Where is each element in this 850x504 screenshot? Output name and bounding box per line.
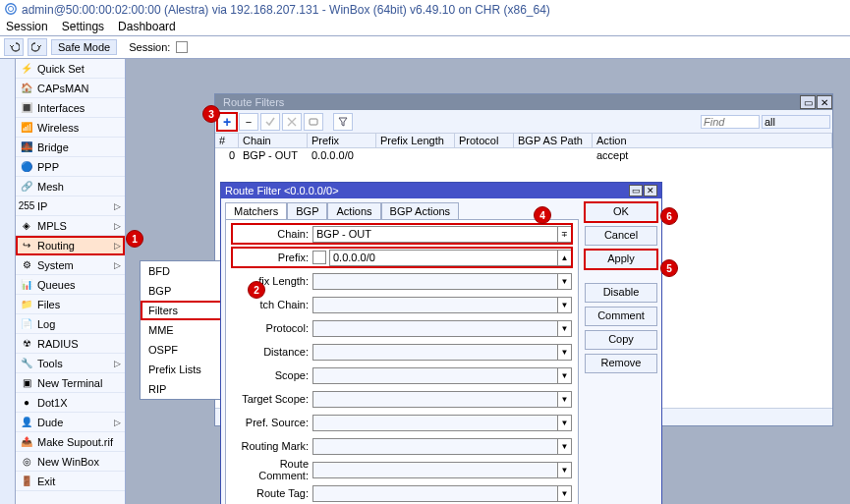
sidebar-item-wireless[interactable]: 📶Wireless [16, 118, 125, 138]
tab-actions[interactable]: Actions [327, 202, 380, 219]
prefix-invert-checkbox[interactable] [312, 251, 326, 264]
menu-session[interactable]: Session [6, 20, 48, 35]
mchain-field[interactable] [312, 297, 558, 313]
tab-matchers[interactable]: Matchers [225, 202, 287, 219]
svg-rect-2 [310, 119, 317, 125]
sidebar-item-label: New Terminal [37, 377, 102, 389]
plen-field[interactable] [312, 273, 558, 290]
sidebar-item-dot1x[interactable]: ●Dot1X [16, 393, 125, 413]
sidebar-item-new-terminal[interactable]: ▣New Terminal [16, 373, 125, 393]
safe-mode-toggle[interactable]: Safe Mode [51, 39, 117, 55]
redo-button[interactable] [28, 38, 47, 56]
sidebar-item-routing[interactable]: ↪Routing▷ [16, 236, 125, 255]
tab-bgp[interactable]: BGP [287, 202, 327, 219]
sidebar-item-system[interactable]: ⚙System▷ [16, 255, 125, 275]
tab-bgp-actions[interactable]: BGP Actions [381, 202, 460, 219]
chain-field[interactable]: BGP - OUT [312, 226, 558, 243]
scope-field[interactable] [312, 367, 558, 384]
disable-button[interactable]: Disable [585, 283, 657, 303]
rmark-field[interactable] [312, 438, 558, 455]
rfd-buttons: OK Cancel Apply Disable Comment Copy Rem… [585, 202, 657, 504]
chain-dropdown-icon[interactable]: ∓ [558, 226, 572, 243]
cancel-button[interactable]: Cancel [585, 226, 657, 246]
psrc-field[interactable] [312, 415, 558, 431]
rtag-field[interactable] [312, 485, 558, 502]
undo-button[interactable] [4, 38, 24, 56]
rcomm-field[interactable] [312, 462, 558, 478]
expand-icon[interactable]: ▼ [558, 485, 572, 502]
sidebar-item-make-supout.rif[interactable]: 📤Make Supout.rif [16, 432, 125, 452]
close-icon[interactable]: ✕ [644, 185, 657, 196]
tscope-field[interactable] [312, 391, 558, 408]
expand-icon[interactable]: ▼ [558, 297, 572, 313]
comment-button[interactable]: Comment [585, 307, 657, 326]
sidebar-item-bridge[interactable]: 🌉Bridge [16, 138, 125, 157]
menu-dashboard[interactable]: Dashboard [118, 20, 176, 35]
table-row[interactable]: 0 BGP - OUT 0.0.0.0/0 accept [215, 148, 832, 162]
expand-icon[interactable]: ▼ [558, 320, 572, 337]
sidebar-item-capsman[interactable]: 🏠CAPsMAN [16, 79, 125, 98]
add-button[interactable]: + [217, 113, 237, 131]
dist-field[interactable] [312, 344, 558, 361]
session-label: Session: [129, 41, 170, 53]
rfd-titlebar[interactable]: Route Filter <0.0.0.0/0> ▭ ✕ [221, 183, 661, 198]
copy-button[interactable]: Copy [585, 330, 657, 350]
sidebar-item-new-winbox[interactable]: ◎New WinBox [16, 452, 125, 472]
ok-button[interactable]: OK [585, 202, 657, 222]
sidebar-item-label: IP [37, 200, 47, 212]
col-aspath[interactable]: BGP AS Path [514, 134, 593, 147]
col-chain[interactable]: Chain [239, 134, 308, 147]
scope-select[interactable]: all [762, 115, 830, 129]
menu-settings[interactable]: Settings [62, 20, 104, 35]
sidebar-item-ppp[interactable]: 🔵PPP [16, 157, 125, 177]
sidebar-item-queues[interactable]: 📊Queues [16, 275, 125, 295]
apply-button[interactable]: Apply [585, 250, 657, 269]
sidebar-item-ip[interactable]: 255IP▷ [16, 196, 125, 216]
rf-titlebar[interactable]: Route Filters ▭ ✕ [215, 94, 832, 110]
prefix-field[interactable]: 0.0.0.0/0 [329, 250, 558, 266]
workspace: ⚡Quick Set🏠CAPsMAN🔳Interfaces📶Wireless🌉B… [0, 59, 850, 504]
sidebar-item-mesh[interactable]: 🔗Mesh [16, 177, 125, 196]
sidebar-item-tools[interactable]: 🔧Tools▷ [16, 354, 125, 373]
sidebar-item-files[interactable]: 📁Files [16, 295, 125, 314]
sidebar-item-exit[interactable]: 🚪Exit [16, 472, 125, 491]
comment-button[interactable] [304, 113, 323, 131]
expand-icon[interactable]: ▼ [558, 391, 572, 408]
rf-toolbar: + − all [215, 110, 832, 134]
col-idx[interactable]: # [215, 134, 239, 147]
disable-button[interactable] [282, 113, 302, 131]
prefix-up-arrow-icon[interactable]: ▲ [558, 250, 572, 266]
sidebar-item-dude[interactable]: 👤Dude▷ [16, 413, 125, 432]
minimize-icon[interactable]: ▭ [629, 185, 643, 196]
expand-icon[interactable]: ▼ [558, 367, 572, 384]
find-input[interactable] [701, 115, 760, 129]
window-title: admin@50:00:00:02:00:00 (Alestra) via 19… [22, 3, 550, 17]
filter-button[interactable] [333, 113, 353, 131]
expand-icon[interactable]: ▼ [558, 344, 572, 361]
expand-icon[interactable]: ▼ [558, 415, 572, 431]
sidebar-item-mpls[interactable]: ◈MPLS▷ [16, 216, 125, 236]
remove-button[interactable]: − [239, 113, 258, 131]
sidebar-item-label: Dude [37, 417, 63, 428]
col-plen[interactable]: Prefix Length [376, 134, 455, 147]
enable-button[interactable] [260, 113, 280, 131]
sidebar-item-quick-set[interactable]: ⚡Quick Set [16, 59, 125, 79]
sidebar-item-interfaces[interactable]: 🔳Interfaces [16, 98, 125, 118]
expand-icon[interactable]: ▼ [558, 273, 572, 290]
sidebar-item-label: PPP [37, 161, 59, 173]
left-rail [0, 59, 16, 504]
expand-icon[interactable]: ▼ [558, 462, 572, 478]
prefix-row: Prefix: 0.0.0.0/0 ▲ [232, 248, 572, 267]
sidebar-item-log[interactable]: 📄Log [16, 314, 125, 334]
minimize-icon[interactable]: ▭ [800, 95, 816, 109]
expand-icon[interactable]: ▼ [558, 438, 572, 455]
sidebar-item-radius[interactable]: ☢RADIUS [16, 334, 125, 354]
remove-button[interactable]: Remove [585, 354, 657, 373]
proto-field[interactable] [312, 320, 558, 337]
col-prefix[interactable]: Prefix [308, 134, 376, 147]
scope-label: Scope: [232, 369, 312, 381]
col-action[interactable]: Action [593, 134, 832, 147]
col-proto[interactable]: Protocol [455, 134, 514, 147]
close-icon[interactable]: ✕ [817, 95, 832, 109]
rf-title-text: Route Filters [223, 96, 284, 108]
